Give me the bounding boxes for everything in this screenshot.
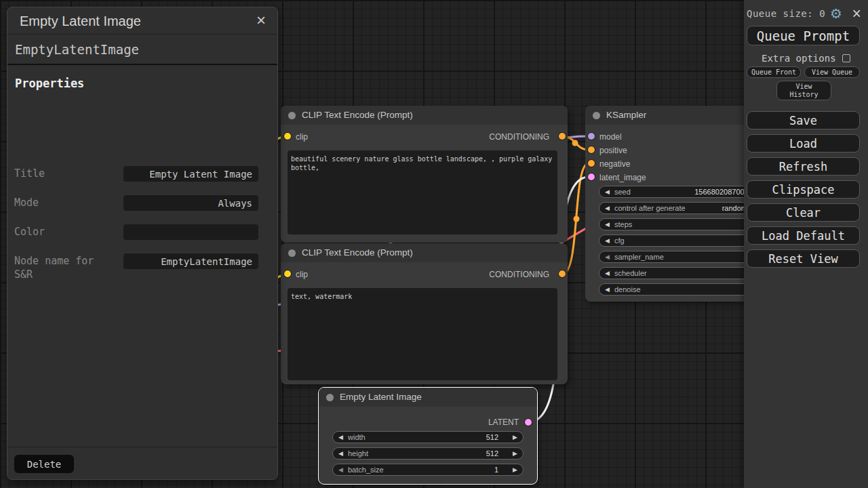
conditioning-output-dot[interactable]: [559, 270, 566, 277]
widget-height[interactable]: ◀ height 512 ▶: [332, 447, 524, 460]
node-title-bar[interactable]: CLIP Text Encode (Prompt): [281, 106, 568, 125]
model-input-label: model: [599, 132, 622, 142]
view-queue-button[interactable]: View Queue: [804, 66, 860, 78]
latent-image-input-dot[interactable]: [588, 174, 595, 180]
wire-midpoint-dot[interactable]: [574, 216, 580, 222]
positive-input-label: positive: [599, 146, 627, 155]
reset-view-button[interactable]: Reset View: [747, 249, 860, 268]
comfyui-menu: Queue size: 0 ⚙ × Queue Prompt Extra opt…: [744, 0, 868, 488]
decrement-icon[interactable]: ◀: [605, 219, 610, 230]
clip-input-dot[interactable]: [284, 133, 291, 140]
extra-options-label: Extra options: [762, 53, 836, 64]
queue-front-button[interactable]: Queue Front: [747, 66, 801, 78]
latent-output-dot[interactable]: [525, 419, 532, 426]
gear-icon[interactable]: ⚙: [830, 5, 842, 22]
node-title-bar[interactable]: Empty Latent Image: [319, 388, 537, 407]
node-title-text: Empty Latent Image: [340, 392, 422, 402]
latent-image-input-label: latent_image: [599, 173, 646, 182]
decrement-icon[interactable]: ◀: [605, 186, 610, 197]
prompt-textarea[interactable]: text, watermark: [288, 288, 557, 380]
panel-title: Empty Latent Image: [20, 14, 141, 28]
conditioning-output-label: CONDITIONING: [489, 132, 549, 142]
node-type-name: EmptyLatentImage: [7, 35, 277, 65]
decrement-icon[interactable]: ◀: [338, 464, 343, 475]
clear-button[interactable]: Clear: [747, 203, 860, 222]
title-label: Title: [14, 167, 116, 180]
latent-output-label: LATENT: [488, 418, 519, 427]
clip-input-label: clip: [296, 132, 308, 142]
delete-button[interactable]: Delete: [14, 455, 74, 473]
queue-size-text: Queue size: 0: [747, 8, 825, 19]
node-properties-panel: Empty Latent Image × EmptyLatentImage Pr…: [7, 7, 278, 480]
decrement-icon[interactable]: ◀: [338, 432, 343, 443]
node-clip-text-encode-negative[interactable]: CLIP Text Encode (Prompt) clip CONDITION…: [281, 243, 568, 384]
node-title-text: KSampler: [606, 110, 646, 120]
conditioning-output-label: CONDITIONING: [489, 270, 549, 279]
close-icon[interactable]: ×: [252, 7, 271, 35]
negative-input-label: negative: [599, 159, 630, 169]
clip-input-label: clip: [296, 270, 308, 279]
node-status-dot[interactable]: [288, 112, 296, 119]
close-icon[interactable]: ×: [852, 5, 861, 22]
node-title-text: CLIP Text Encode (Prompt): [302, 110, 413, 120]
decrement-icon[interactable]: ◀: [605, 284, 610, 295]
properties-heading: Properties: [7, 65, 277, 90]
extra-options-checkbox[interactable]: [842, 54, 850, 62]
node-empty-latent-image[interactable]: Empty Latent Image LATENT ◀ width 512 ▶ …: [319, 388, 537, 484]
mode-label: Mode: [14, 196, 116, 209]
decrement-icon[interactable]: ◀: [605, 235, 610, 246]
increment-icon[interactable]: ▶: [513, 432, 517, 443]
widget-width[interactable]: ◀ width 512 ▶: [332, 431, 524, 443]
decrement-icon[interactable]: ◀: [605, 251, 610, 262]
node-status-dot[interactable]: [593, 112, 600, 119]
positive-input-dot[interactable]: [588, 146, 595, 153]
view-history-button[interactable]: ViewHistory: [776, 81, 831, 100]
prompt-textarea[interactable]: beautiful scenery nature glass bottle la…: [288, 150, 557, 235]
node-name-snr-field[interactable]: [123, 253, 258, 269]
load-button[interactable]: Load: [747, 134, 860, 152]
increment-icon[interactable]: ▶: [513, 448, 517, 459]
node-title-bar[interactable]: CLIP Text Encode (Prompt): [281, 243, 568, 262]
clipspace-button[interactable]: Clipspace: [747, 180, 860, 199]
decrement-icon[interactable]: ◀: [605, 268, 610, 279]
model-input-dot[interactable]: [588, 133, 595, 140]
mode-field[interactable]: [123, 195, 258, 211]
wire-midpoint-dot[interactable]: [572, 140, 578, 146]
color-label: Color: [14, 225, 116, 239]
node-name-snr-label: Node name for S&R: [14, 254, 116, 281]
load-default-button[interactable]: Load Default: [747, 226, 860, 245]
clip-input-dot[interactable]: [284, 270, 291, 277]
divider: [7, 447, 277, 447]
title-field[interactable]: [123, 166, 258, 182]
decrement-icon[interactable]: ◀: [338, 448, 343, 459]
negative-input-dot[interactable]: [588, 160, 595, 167]
queue-prompt-button[interactable]: Queue Prompt: [747, 26, 860, 45]
decrement-icon[interactable]: ◀: [605, 203, 610, 214]
color-field[interactable]: [123, 224, 258, 240]
node-clip-text-encode-positive[interactable]: CLIP Text Encode (Prompt) clip CONDITION…: [281, 106, 568, 243]
widget-batch-size[interactable]: ◀ batch_size 1 ▶: [332, 464, 524, 476]
increment-icon[interactable]: ▶: [513, 464, 517, 475]
node-title-text: CLIP Text Encode (Prompt): [302, 247, 413, 258]
save-button[interactable]: Save: [747, 111, 860, 129]
refresh-button[interactable]: Refresh: [747, 157, 860, 176]
node-status-dot[interactable]: [326, 394, 334, 401]
node-status-dot[interactable]: [288, 249, 296, 257]
conditioning-output-dot[interactable]: [559, 133, 566, 140]
